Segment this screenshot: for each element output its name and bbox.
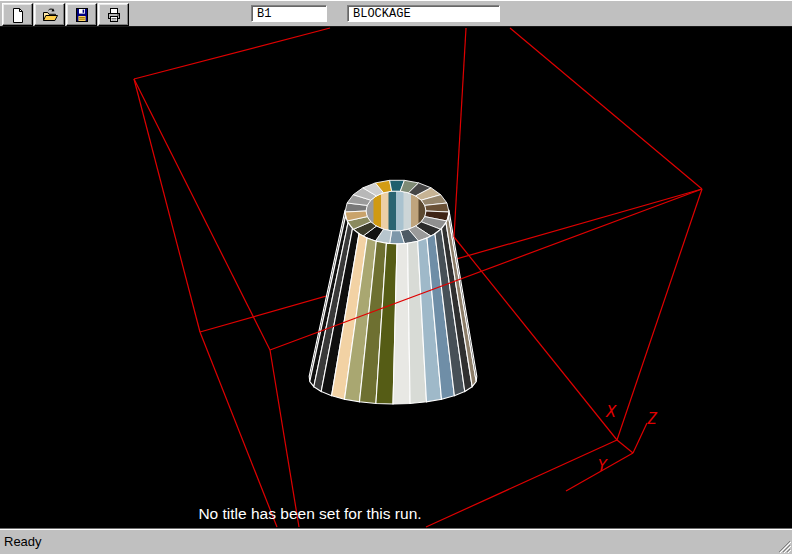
object-name-field[interactable] bbox=[251, 5, 327, 22]
axis-label-Z: Z bbox=[646, 409, 657, 428]
axis-label-X: X bbox=[605, 402, 617, 421]
print-button[interactable] bbox=[98, 3, 129, 26]
resize-grip-icon[interactable] bbox=[778, 540, 791, 553]
scene-canvas[interactable]: XZYNo title has been set for this run. bbox=[0, 27, 792, 528]
application-window: XZYNo title has been set for this run. R… bbox=[0, 0, 792, 554]
open-button[interactable] bbox=[34, 3, 65, 26]
status-text: Ready bbox=[4, 534, 42, 549]
object-type-field[interactable] bbox=[347, 5, 500, 22]
save-button[interactable] bbox=[66, 3, 97, 26]
run-title-message: No title has been set for this run. bbox=[198, 505, 421, 522]
new-page-icon bbox=[10, 7, 26, 23]
toolbar bbox=[0, 0, 792, 27]
3d-viewport[interactable]: XZYNo title has been set for this run. bbox=[0, 27, 792, 528]
open-folder-icon bbox=[42, 7, 58, 23]
save-floppy-icon bbox=[74, 7, 90, 23]
new-button[interactable] bbox=[2, 3, 33, 26]
printer-icon bbox=[106, 7, 122, 23]
axis-label-Y: Y bbox=[597, 456, 608, 475]
status-bar: Ready bbox=[0, 528, 792, 554]
